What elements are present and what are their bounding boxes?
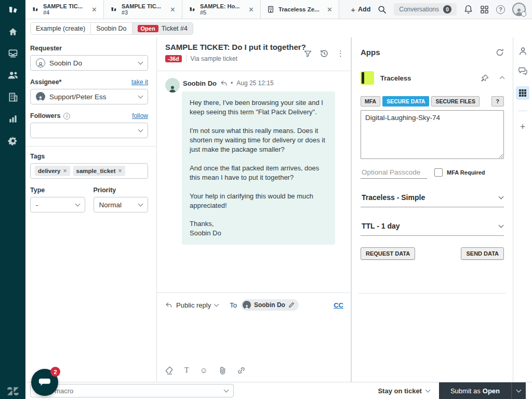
checkbox[interactable] xyxy=(434,168,443,177)
pin-icon[interactable] xyxy=(481,74,489,82)
remove-tag-icon[interactable]: × xyxy=(63,167,66,175)
reply-arrow-icon xyxy=(220,81,227,86)
tab-mfa[interactable]: MFA xyxy=(361,96,380,107)
history-icon[interactable] xyxy=(320,49,328,58)
chevron-down-icon xyxy=(138,202,143,207)
follow-link[interactable]: follow xyxy=(132,112,148,119)
emoji-icon[interactable]: ☺ xyxy=(200,366,208,375)
submit-options-button[interactable] xyxy=(511,382,526,399)
reply-type-label: Public reply xyxy=(176,301,211,309)
ticket-tab-4[interactable]: SAMPLE TIC... #4 ✕ xyxy=(25,0,104,19)
close-icon[interactable]: ✕ xyxy=(325,5,335,14)
chevron-down-icon xyxy=(224,388,229,393)
type-select[interactable]: - xyxy=(30,197,85,212)
kebab-menu-icon[interactable]: ⋮ xyxy=(337,49,344,58)
requester-label: Requester xyxy=(30,45,62,52)
tab-secure-data[interactable]: SECURE DATA xyxy=(382,96,429,107)
request-data-button[interactable]: REQUEST DATA xyxy=(361,247,415,260)
link-icon[interactable] xyxy=(237,366,246,375)
traceless-tab[interactable]: Traceless Ze... ✕ xyxy=(261,0,339,19)
close-icon[interactable]: ✕ xyxy=(89,5,99,14)
help-icon[interactable]: ? xyxy=(496,5,505,14)
cc-link[interactable]: CC xyxy=(334,301,343,309)
edit-pencil-icon[interactable] xyxy=(288,302,295,308)
priority-select[interactable]: Normal xyxy=(94,197,149,212)
send-data-button[interactable]: SEND DATA xyxy=(461,247,504,260)
reply-arrow-icon xyxy=(165,302,172,308)
tab-title: SAMPLE TIC... xyxy=(43,3,85,9)
message-signature: Soobin Do xyxy=(190,229,327,238)
ticket-tab-3[interactable]: SAMPLE TIC... #3 ✕ xyxy=(104,0,182,19)
organizations-icon[interactable] xyxy=(8,92,18,102)
chevron-down-icon xyxy=(425,388,431,393)
type-label: Type xyxy=(30,187,45,194)
breadcrumb-brand[interactable]: Example (create) xyxy=(31,23,91,34)
recipient-pill[interactable]: Soobin Do xyxy=(241,299,299,311)
admin-gear-icon[interactable] xyxy=(8,136,18,146)
eraser-icon[interactable] xyxy=(165,366,174,375)
stay-on-ticket-select[interactable]: Stay on ticket xyxy=(378,387,430,395)
message-paragraph: I'm not sure what this really means. Doe… xyxy=(190,126,327,154)
submit-as-open-button[interactable]: Submit as Open xyxy=(439,382,511,399)
reply-type-select[interactable]: Public reply xyxy=(176,301,218,309)
take-it-link[interactable]: take it xyxy=(131,78,148,86)
tag-delivery[interactable]: delivery× xyxy=(35,166,70,176)
zendesk-logo[interactable] xyxy=(0,0,25,19)
home-icon[interactable] xyxy=(8,26,18,37)
tag-sample-ticket[interactable]: sample_ticket× xyxy=(73,166,125,176)
text-format-icon[interactable]: T xyxy=(184,366,189,375)
submit-prefix: Submit as xyxy=(450,387,481,395)
paperclip-icon[interactable] xyxy=(219,366,226,375)
submit-split-button: Submit as Open xyxy=(439,382,526,399)
add-app-icon[interactable]: + xyxy=(520,122,526,131)
conversations-count-badge: 0 xyxy=(443,5,451,14)
assignee-select[interactable]: Support/Peter Ess xyxy=(30,89,148,104)
apps-grid-icon[interactable] xyxy=(480,5,489,14)
tab-secure-files[interactable]: SECURE FILES xyxy=(431,96,479,107)
reporting-icon[interactable] xyxy=(8,114,18,124)
chevron-down-icon xyxy=(75,202,80,207)
remove-tag-icon[interactable]: × xyxy=(118,167,122,175)
close-icon[interactable]: ✕ xyxy=(246,5,256,14)
chat-unread-badge: 2 xyxy=(50,367,60,377)
close-icon[interactable]: ✕ xyxy=(168,5,178,14)
ticket-footer: Apply macro Stay on ticket Submit as Ope… xyxy=(25,382,532,399)
apply-macro-select[interactable]: Apply macro xyxy=(30,384,234,397)
tags-input[interactable]: delivery× sample_ticket× xyxy=(30,163,148,179)
breadcrumb-ticket[interactable]: Open Ticket #4 xyxy=(132,23,193,34)
breadcrumb-requester[interactable]: Soobin Do xyxy=(91,23,132,34)
chat-widget-button[interactable]: 2 xyxy=(31,369,58,396)
optional-passcode-input[interactable] xyxy=(361,166,427,179)
followers-label-text: Followers xyxy=(30,112,60,119)
zendesk-logo-icon xyxy=(7,4,19,16)
mfa-required-checkbox[interactable]: MFA Required xyxy=(434,168,485,177)
interactions-icon[interactable] xyxy=(518,66,527,75)
user-avatar[interactable] xyxy=(512,3,526,16)
apps-rail-icon[interactable] xyxy=(516,86,529,100)
zendesk-agent-workspace: SAMPLE TIC... #4 ✕ SAMPLE TIC... #3 ✕ SA… xyxy=(0,0,532,399)
plus-icon: + xyxy=(351,5,355,14)
collapse-chevron-icon[interactable] xyxy=(500,76,505,82)
traceless-mode-select[interactable]: Traceless - Simple xyxy=(361,190,504,207)
info-icon: i xyxy=(63,113,70,119)
views-icon[interactable] xyxy=(8,48,18,59)
customers-icon[interactable] xyxy=(7,70,19,81)
bell-icon[interactable] xyxy=(464,5,473,14)
filter-icon[interactable] xyxy=(304,50,312,58)
search-icon[interactable] xyxy=(378,5,387,14)
refresh-icon[interactable] xyxy=(496,48,504,57)
ticket-tab-5[interactable]: SAMPLE: Ho... #5 ✕ xyxy=(182,0,261,19)
message-author[interactable]: Soobin Do xyxy=(183,79,217,87)
followers-select[interactable] xyxy=(30,123,148,138)
secure-data-textarea[interactable]: Digital-Laughing-Sky-74 xyxy=(361,110,504,159)
conversations-button[interactable]: Conversations 0 xyxy=(394,3,457,16)
customer-avatar[interactable] xyxy=(165,78,180,92)
add-button[interactable]: + Add xyxy=(351,5,370,14)
breadcrumb-label: Soobin Do xyxy=(96,25,126,32)
person-icon xyxy=(168,85,177,92)
requester-select[interactable]: Soobin Do xyxy=(30,55,148,71)
customer-context-icon[interactable] xyxy=(518,47,527,56)
tab-help[interactable]: ? xyxy=(491,96,504,107)
ttl-select[interactable]: TTL - 1 day xyxy=(361,219,504,236)
zendesk-z-logo[interactable] xyxy=(0,387,25,396)
